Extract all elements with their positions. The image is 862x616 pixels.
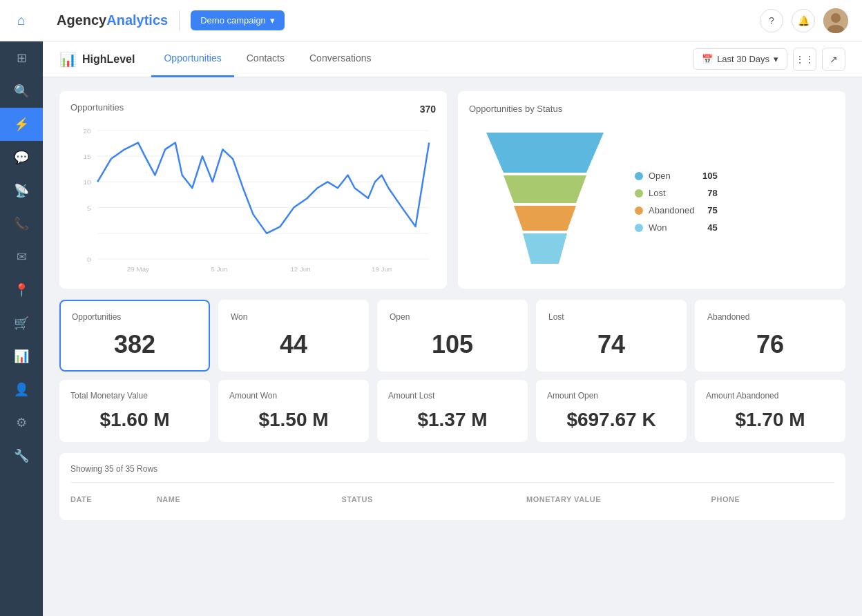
brand-icon: 📊	[59, 51, 77, 68]
sub-header: 📊 HighLevel Opportunities Contacts Conve…	[43, 41, 862, 77]
help-button[interactable]: ?	[760, 9, 783, 32]
brand-logo: 📊 HighLevel	[59, 51, 135, 68]
monetary-value-won: $1.50 M	[229, 409, 358, 431]
monetary-card-won[interactable]: Amount Won $1.50 M	[218, 380, 369, 442]
chevron-down-icon: ▾	[774, 54, 778, 64]
columns-icon: ⋮⋮	[795, 54, 814, 65]
col-status: STATUS	[341, 490, 526, 509]
sub-header-right: 📅 Last 30 Days ▾ ⋮⋮ ↗	[693, 48, 845, 71]
monetary-cards-row: Total Monetary Value $1.60 M Amount Won …	[59, 380, 845, 442]
legend-label-won: Won	[649, 222, 697, 233]
stat-value-abandoned: 76	[707, 330, 833, 359]
opportunities-line-chart: Opportunities 370 20 15 10 5 0	[59, 91, 447, 289]
navigation-tabs: Opportunities Contacts Conversations	[151, 41, 383, 77]
calendar-icon: 📅	[702, 54, 713, 64]
logo-part2: Analytics	[106, 12, 168, 28]
lost-dot	[635, 189, 643, 198]
sidebar-item-shop[interactable]: 🛒	[0, 307, 43, 340]
stat-label-won: Won	[231, 312, 356, 322]
line-chart-svg: 20 15 10 5 0 29 May 5 Jun 12 Jun 19 Jun	[70, 115, 436, 274]
tab-opportunities[interactable]: Opportunities	[151, 41, 233, 77]
sidebar-item-users[interactable]: 👤	[0, 373, 43, 406]
open-dot	[635, 172, 643, 180]
legend-label-open: Open	[649, 171, 697, 181]
top-header: AgencyAnalytics Demo campaign ▾ ? 🔔	[43, 0, 862, 41]
sidebar-item-settings[interactable]: 🔧	[0, 439, 43, 472]
svg-marker-19	[504, 175, 586, 203]
page-content: Opportunities 370 20 15 10 5 0	[43, 77, 862, 616]
user-avatar[interactable]	[823, 8, 848, 33]
monetary-card-lost[interactable]: Amount Lost $1.37 M	[377, 380, 528, 442]
sidebar-item-chat[interactable]: 💬	[0, 141, 43, 174]
stat-card-opportunities[interactable]: Opportunities 382	[59, 300, 210, 372]
svg-point-1	[831, 13, 841, 23]
monetary-value-abandoned: $1.70 M	[706, 409, 834, 431]
sidebar-item-grid[interactable]: ⊞	[0, 41, 43, 75]
monetary-value-total: $1.60 M	[70, 409, 199, 431]
legend-item-open: Open 105	[635, 171, 718, 181]
stat-label-abandoned: Abandoned	[707, 312, 833, 322]
svg-text:0: 0	[87, 256, 91, 263]
sidebar-item-search[interactable]: 🔍	[0, 75, 43, 108]
svg-text:15: 15	[83, 153, 90, 160]
svg-text:20: 20	[83, 127, 90, 135]
bell-icon: 🔔	[798, 15, 810, 26]
stat-label-opportunities: Opportunities	[72, 312, 198, 322]
sub-header-left: 📊 HighLevel Opportunities Contacts Conve…	[59, 41, 384, 77]
monetary-card-abandoned[interactable]: Amount Abandoned $1.70 M	[695, 380, 845, 442]
monetary-card-total[interactable]: Total Monetary Value $1.60 M	[59, 380, 210, 442]
tab-contacts[interactable]: Contacts	[234, 41, 297, 77]
funnel-svg	[469, 126, 621, 278]
sidebar-item-email[interactable]: ✉	[0, 240, 43, 273]
app-logo: AgencyAnalytics	[57, 12, 168, 28]
brand-name: HighLevel	[82, 53, 135, 66]
tab-conversations[interactable]: Conversations	[297, 41, 384, 77]
legend-value-won: 45	[707, 222, 717, 233]
notifications-button[interactable]: 🔔	[792, 9, 815, 32]
monetary-value-lost: $1.37 M	[388, 409, 517, 431]
legend-value-lost: 78	[707, 188, 717, 198]
main-content: AgencyAnalytics Demo campaign ▾ ? 🔔	[43, 0, 862, 616]
legend-item-lost: Lost 78	[635, 188, 718, 198]
home-icon[interactable]: ⌂	[17, 12, 26, 28]
col-monetary-value: MONETARY VALUE	[526, 490, 711, 509]
monetary-card-open[interactable]: Amount Open $697.67 K	[536, 380, 687, 442]
monetary-label-total: Total Monetary Value	[70, 391, 199, 401]
sidebar-item-location[interactable]: 📍	[0, 273, 43, 307]
header-right: ? 🔔	[760, 8, 848, 33]
stat-value-open: 105	[390, 330, 515, 359]
line-chart-total: 370	[420, 104, 436, 115]
svg-text:10: 10	[83, 178, 90, 186]
stat-card-lost[interactable]: Lost 74	[536, 300, 687, 372]
funnel-chart-card: Opportunities by Status	[458, 91, 845, 289]
sidebar-item-plugins[interactable]: ⚙	[0, 406, 43, 439]
col-phone: PHONE	[711, 490, 834, 509]
col-name: NAME	[157, 490, 342, 509]
stat-card-won[interactable]: Won 44	[218, 300, 369, 372]
sidebar-item-reports[interactable]: 📊	[0, 340, 43, 373]
monetary-label-won: Amount Won	[229, 391, 358, 401]
sidebar-item-phone[interactable]: 📞	[0, 207, 43, 240]
sidebar-item-analytics[interactable]: ⚡	[0, 108, 43, 141]
share-button[interactable]: ↗	[822, 48, 845, 71]
monetary-label-lost: Amount Lost	[388, 391, 517, 401]
abandoned-dot	[635, 206, 643, 215]
sidebar-item-radar[interactable]: 📡	[0, 174, 43, 207]
stat-value-opportunities: 382	[72, 330, 198, 359]
data-table-section: Showing 35 of 35 Rows DATE NAME STATUS M…	[59, 453, 845, 520]
stat-card-open[interactable]: Open 105	[377, 300, 528, 372]
legend-label-abandoned: Abandoned	[649, 205, 697, 215]
stat-value-won: 44	[231, 330, 356, 359]
legend-value-open: 105	[702, 171, 718, 181]
filter-columns-button[interactable]: ⋮⋮	[793, 48, 816, 71]
table-row-count: Showing 35 of 35 Rows	[70, 464, 834, 474]
monetary-label-open: Amount Open	[547, 391, 676, 401]
legend-value-abandoned: 75	[707, 205, 717, 215]
stat-card-abandoned[interactable]: Abandoned 76	[695, 300, 845, 372]
funnel-legend: Open 105 Lost 78 Abandoned 75	[635, 171, 718, 233]
date-filter-button[interactable]: 📅 Last 30 Days ▾	[693, 48, 787, 70]
svg-marker-18	[486, 133, 604, 173]
svg-text:29 May: 29 May	[127, 265, 149, 273]
line-chart-title: Opportunities	[70, 102, 124, 113]
demo-campaign-button[interactable]: Demo campaign ▾	[191, 10, 285, 30]
